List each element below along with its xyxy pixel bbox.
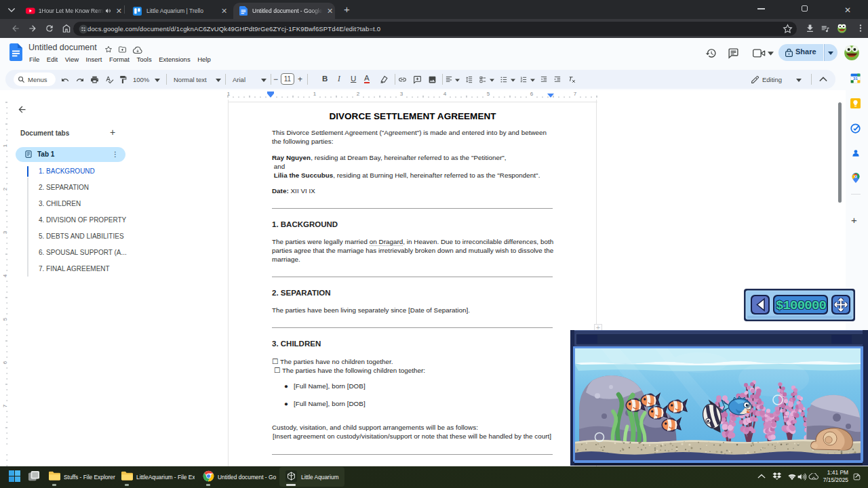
svg-text:3: 3 (400, 91, 403, 97)
svg-text:6: 6 (530, 91, 534, 97)
svg-text:1: 1 (2, 144, 8, 147)
svg-text:3: 3 (2, 230, 8, 234)
svg-text:$100000: $100000 (776, 298, 827, 313)
svg-text:4: 4 (443, 91, 447, 97)
svg-text:7: 7 (574, 91, 577, 97)
svg-text:7: 7 (2, 404, 8, 407)
svg-text:31: 31 (853, 76, 858, 81)
svg-text:6: 6 (2, 361, 8, 364)
svg-text:2: 2 (2, 187, 8, 190)
svg-text:1: 1 (313, 91, 317, 97)
svg-text:4: 4 (2, 274, 8, 277)
svg-text:5: 5 (2, 317, 8, 321)
svg-text:2: 2 (357, 91, 360, 97)
svg-text:5: 5 (487, 91, 490, 97)
svg-text:1: 1 (227, 91, 231, 97)
